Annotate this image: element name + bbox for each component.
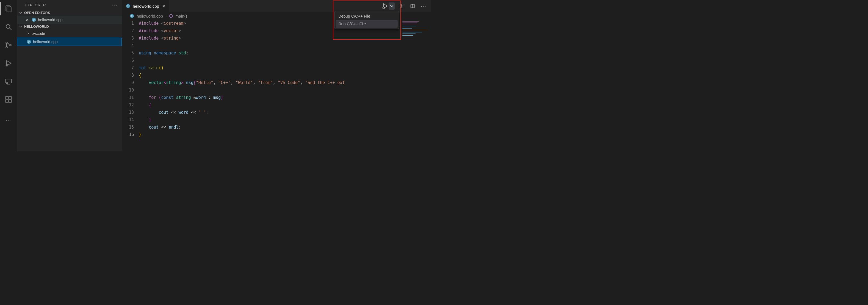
svg-rect-12 [6,100,8,102]
cpp-file-icon: C+ [31,17,36,22]
svg-text:C+: C+ [130,15,133,17]
cpp-file-icon: C+ [26,39,31,44]
svg-marker-27 [169,14,173,18]
cpp-file-icon: C+ [129,13,134,19]
sidebar-header: EXPLORER ··· [17,0,122,10]
line-number: 12 [122,101,134,109]
activity-search[interactable] [2,20,15,33]
open-editor-item[interactable]: ✕ C+ helloworld.cpp [17,16,122,24]
svg-point-22 [401,5,402,7]
breadcrumb-symbol[interactable]: main() [175,14,187,19]
line-number-gutter: 12345678910111213141516 [122,20,139,151]
open-editor-item-label: helloworld.cpp [38,18,63,22]
run-dropdown-menu: Debug C/C++ File Run C/C++ File [334,11,399,29]
line-number: 9 [122,79,134,87]
workspace-label: HELLOWORLD [24,25,49,29]
open-editors-label: OPEN EDITORS [24,11,50,15]
open-editors-tree: ✕ C+ helloworld.cpp [17,16,122,24]
breadcrumb-file[interactable]: helloworld.cpp [136,14,163,19]
activity-bar: … [0,0,17,151]
activity-overflow[interactable]: … [2,112,15,125]
line-number: 8 [122,72,134,79]
code-editor[interactable]: 12345678910111213141516 #include <iostre… [122,20,431,151]
minimap[interactable] [401,20,431,151]
code-line[interactable]: { [139,101,401,109]
file-item-helloworld[interactable]: C+ helloworld.cpp [17,38,122,46]
code-line[interactable] [139,87,401,94]
line-number: 13 [122,109,134,116]
line-number: 15 [122,124,134,131]
line-number: 6 [122,57,134,64]
symbol-method-icon [169,14,173,19]
activity-source-control[interactable] [2,38,15,52]
code-line[interactable]: vector<string> msg{"Hello", "C++", "Worl… [139,79,401,87]
code-line[interactable]: } [139,131,401,139]
code-line[interactable]: for (const string &word : msg) [139,94,401,101]
folder-item-vscode[interactable]: .vscode [17,29,122,38]
code-line[interactable]: cout << word << " "; [139,109,401,116]
code-line[interactable]: int main() [139,64,401,72]
line-number: 7 [122,64,134,72]
svg-text:C+: C+ [127,5,129,7]
run-menu-item-debug[interactable]: Debug C/C++ File [336,12,398,20]
editor-tab-actions: ··· [381,0,431,12]
settings-gear-icon[interactable] [398,2,406,10]
chevron-down-icon[interactable] [389,2,395,10]
editor-tabbar: C+ helloworld.cpp ✕ ··· [122,0,431,12]
chevron-right-icon [26,32,30,35]
svg-rect-11 [6,97,8,99]
code-line[interactable]: #include <string> [139,35,401,42]
close-icon[interactable]: ✕ [25,18,30,22]
line-number: 10 [122,87,134,94]
activity-run-debug[interactable] [2,57,15,70]
workspace-header[interactable]: HELLOWORLD [17,24,122,29]
activity-remote[interactable] [2,75,15,88]
run-menu-item-run[interactable]: Run C/C++ File [336,20,398,28]
sidebar-title: EXPLORER [25,3,46,7]
folder-item-label: .vscode [32,31,45,36]
svg-rect-1 [7,7,11,12]
run-menu-item-label: Debug C/C++ File [338,14,370,19]
svg-text:C+: C+ [32,19,35,21]
svg-point-6 [10,44,11,46]
chevron-down-icon [19,25,23,29]
line-number: 3 [122,35,134,42]
run-debug-split-button[interactable] [381,2,395,10]
line-number: 4 [122,42,134,50]
close-icon[interactable]: ✕ [161,4,166,9]
editor-tab-label: helloworld.cpp [133,4,159,8]
split-editor-icon[interactable] [408,2,417,10]
code-line[interactable] [139,42,401,50]
code-content[interactable]: #include <iostream>#include <vector>#inc… [139,20,401,151]
svg-rect-13 [9,100,11,102]
svg-point-5 [6,47,7,48]
chevron-down-icon [19,11,23,15]
svg-line-3 [10,28,11,30]
editor-tab-helloworld[interactable]: C+ helloworld.cpp ✕ [122,0,169,12]
code-line[interactable] [139,57,401,64]
activity-extensions[interactable] [2,93,15,106]
line-number: 11 [122,94,134,101]
line-number: 2 [122,27,134,35]
line-number: 5 [122,50,134,57]
open-editors-header[interactable]: OPEN EDITORS [17,10,122,16]
svg-point-10 [6,82,8,84]
play-debug-icon [381,2,389,10]
file-item-label: helloworld.cpp [33,39,58,44]
cpp-file-icon: C+ [126,4,130,8]
svg-point-21 [382,7,384,9]
code-line[interactable]: { [139,72,401,79]
run-menu-item-label: Run C/C++ File [338,22,366,26]
activity-explorer[interactable] [2,2,15,16]
code-line[interactable]: using namespace std; [139,50,401,57]
editor-area: C+ helloworld.cpp ✕ ··· [122,0,431,151]
line-number: 1 [122,20,134,27]
code-line[interactable]: } [139,116,401,124]
code-line[interactable]: cout << endl; [139,124,401,131]
sidebar-more-icon[interactable]: ··· [112,2,118,8]
svg-point-4 [6,42,7,44]
workspace-tree: .vscode C+ helloworld.cpp [17,29,122,46]
svg-text:C+: C+ [28,41,30,43]
more-icon[interactable]: ··· [420,2,428,10]
line-number: 16 [122,131,134,139]
